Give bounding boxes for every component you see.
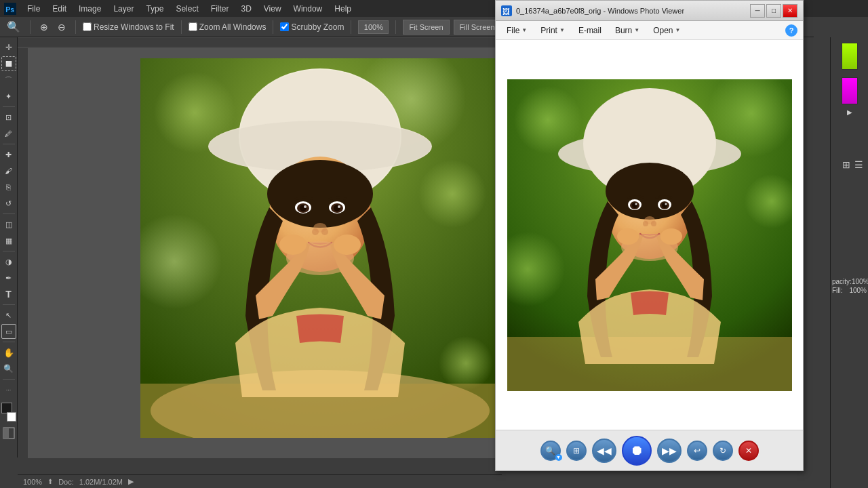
text-tool[interactable]: T (1, 287, 16, 302)
svg-point-46 (606, 163, 694, 220)
zoom-out-btn[interactable]: ⊖ (55, 19, 68, 35)
history-brush-tool[interactable]: ↺ (1, 196, 16, 211)
svg-point-54 (665, 203, 667, 205)
pen-tool[interactable]: ✒ (1, 270, 16, 285)
wpv-next-btn[interactable]: ▶▶ (657, 439, 682, 463)
move-tool[interactable]: ✛ (1, 40, 16, 55)
wpv-prev-btn[interactable]: ◀◀ (592, 439, 616, 463)
wpv-zoom-dropdown[interactable]: ▼ (555, 454, 562, 461)
clone-stamp-tool[interactable]: ⎘ (1, 180, 16, 195)
ps-color-panel: ▶ (831, 37, 868, 119)
wpv-delete-icon: ✕ (745, 446, 752, 455)
menu-filter[interactable]: Filter (205, 0, 235, 17)
wpv-delete-btn[interactable]: ✕ (738, 441, 759, 461)
wpv-redo-icon: ↻ (719, 446, 726, 455)
hand-tool[interactable]: ✋ (1, 345, 16, 360)
menu-type[interactable]: Type (140, 0, 169, 17)
wpv-menubar: File ▼ Print ▼ E-mail Burn ▼ Open ▼ ? (496, 21, 803, 40)
zoom-tool[interactable]: 🔍 (1, 361, 16, 376)
wpv-next-icon: ▶▶ (662, 445, 677, 456)
menu-file[interactable]: File (22, 0, 45, 17)
status-arrow[interactable]: ▶ (128, 477, 134, 486)
healing-tool[interactable]: ✚ (1, 147, 16, 162)
wpv-window-controls: ─ □ ✕ (750, 4, 797, 18)
svg-point-33 (279, 235, 307, 255)
svg-point-57 (651, 221, 656, 226)
zoom-all-checkbox[interactable]: Zoom All Windows (189, 22, 267, 32)
extra-tools-btn[interactable]: ··· (1, 382, 16, 397)
gradient-tool[interactable]: ▦ (1, 233, 16, 248)
svg-point-24 (304, 205, 307, 208)
svg-point-12 (439, 336, 493, 390)
magic-wand-tool[interactable]: ✦ (1, 89, 16, 104)
zoom-in-btn[interactable]: ⊕ (37, 19, 51, 35)
tool-sep-4 (3, 251, 15, 251)
svg-point-60 (660, 228, 682, 245)
menu-3d[interactable]: 3D (235, 0, 256, 17)
scrubby-zoom-checkbox[interactable]: Scrubby Zoom (280, 22, 344, 32)
ps-photo-canvas (140, 58, 500, 438)
zoom-value-input[interactable] (358, 20, 389, 34)
wpv-undo-btn[interactable]: ↩ (687, 441, 707, 461)
toolbar-sep-4 (273, 20, 273, 34)
wpv-window-icon: 🖼 (501, 5, 512, 16)
wpv-image-area (496, 40, 803, 430)
fill-screen-btn[interactable]: Fill Screen (454, 20, 501, 35)
toolbar-sep-6 (395, 20, 396, 34)
wpv-actual-size-btn[interactable]: ⊞ (566, 441, 587, 461)
dodge-tool[interactable]: ◑ (1, 254, 16, 269)
color-swatch-pink[interactable] (842, 77, 858, 104)
menu-select[interactable]: Select (170, 0, 203, 17)
wpv-title-left: 🖼 0_16374a_a6b7e0f8_orig - Windows Photo… (501, 5, 684, 16)
ps-photo-svg (140, 58, 500, 438)
crop-tool[interactable]: ⊡ (1, 110, 16, 125)
eraser-tool[interactable]: ◫ (1, 217, 16, 232)
background-color[interactable] (7, 412, 16, 422)
wpv-play-icon: ⏺ (630, 443, 644, 458)
fit-screen-btn[interactable]: Fit Screen (403, 20, 449, 35)
wpv-window: 🖼 0_16374a_a6b7e0f8_orig - Windows Photo… (495, 0, 804, 471)
resize-windows-checkbox[interactable]: Resize Windows to Fit (83, 22, 174, 32)
grid-view-icon[interactable]: ⊞ (842, 159, 853, 170)
marquee-tool[interactable]: ⬜ (1, 56, 16, 71)
shape-tool[interactable]: ▭ (1, 324, 16, 339)
menu-help[interactable]: Help (329, 0, 357, 17)
color-arrow: ▶ (833, 108, 866, 116)
opacity-label: pacity: (832, 278, 852, 285)
toolbar-sep-5 (351, 20, 351, 34)
export-icon: ⬆ (47, 478, 53, 485)
fill-label: Fill: (832, 287, 843, 294)
eyedropper-tool[interactable]: 🖉 (1, 126, 16, 141)
wpv-menu-open[interactable]: Open ▼ (648, 24, 686, 37)
menu-layer[interactable]: Layer (108, 0, 139, 17)
toolbar-sep-1 (30, 20, 31, 34)
wpv-file-arrow: ▼ (521, 27, 527, 33)
wpv-menu-burn[interactable]: Burn ▼ (610, 24, 645, 37)
wpv-menu-email[interactable]: E-mail (573, 24, 607, 37)
path-selection-tool[interactable]: ↖ (1, 308, 16, 323)
ps-canvas (28, 48, 502, 458)
zoom-tool-icon[interactable]: 🔍 (4, 19, 23, 35)
quick-mask-btn[interactable] (1, 426, 16, 441)
svg-point-59 (617, 228, 639, 245)
wpv-minimize-btn[interactable]: ─ (750, 4, 765, 18)
menu-view[interactable]: View (258, 0, 287, 17)
wpv-close-btn[interactable]: ✕ (783, 4, 797, 18)
svg-point-20 (267, 160, 373, 228)
ps-right-panel: ▶ ⊞ ☰ pacity: 100% Fill: 100% (830, 37, 868, 488)
brush-tool[interactable]: 🖌 (1, 163, 16, 178)
wpv-help-btn[interactable]: ? (785, 24, 797, 37)
list-view-icon[interactable]: ☰ (854, 159, 865, 170)
menu-image[interactable]: Image (73, 0, 106, 17)
menu-window[interactable]: Window (288, 0, 328, 17)
color-swatch-green[interactable] (842, 43, 858, 70)
wpv-play-btn[interactable]: ⏺ (622, 436, 652, 466)
wpv-redo-btn[interactable]: ↻ (713, 441, 733, 461)
svg-rect-2 (18, 37, 502, 48)
wpv-maximize-btn[interactable]: □ (766, 4, 781, 18)
menu-edit[interactable]: Edit (47, 0, 72, 17)
wpv-menu-print[interactable]: Print ▼ (535, 24, 570, 37)
lasso-tool[interactable]: ⌒ (1, 73, 16, 87)
wpv-menu-file[interactable]: File ▼ (501, 24, 532, 37)
ps-status-bar: 100% ⬆ Doc: 1.02M/1.02M ▶ (18, 474, 502, 488)
